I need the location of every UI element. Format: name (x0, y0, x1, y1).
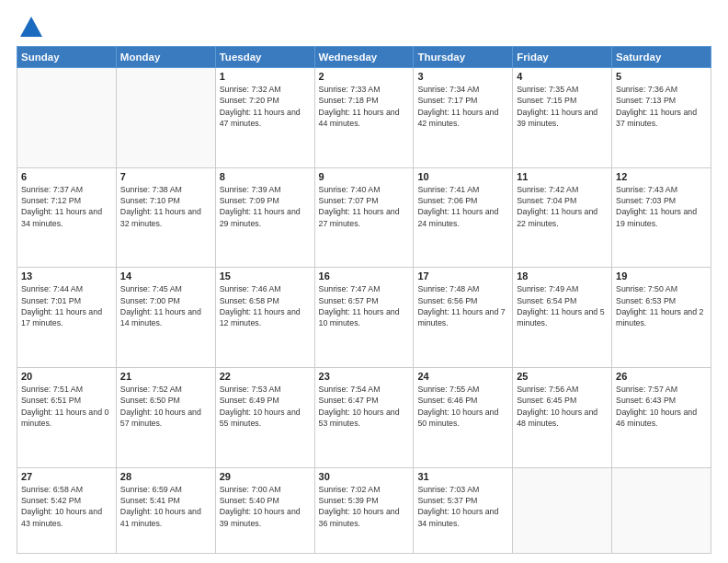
calendar-week-row: 20Sunrise: 7:51 AM Sunset: 6:51 PM Dayli… (17, 368, 711, 468)
day-number: 24 (417, 371, 508, 382)
day-detail: Sunrise: 7:43 AM Sunset: 7:03 PM Dayligh… (616, 184, 707, 229)
calendar-day-cell: 11Sunrise: 7:42 AM Sunset: 7:04 PM Dayli… (513, 167, 612, 268)
calendar-day-header: Tuesday (215, 47, 314, 68)
day-number: 12 (616, 171, 707, 182)
calendar-day-cell: 12Sunrise: 7:43 AM Sunset: 7:03 PM Dayli… (612, 167, 711, 268)
calendar-day-cell: 3Sunrise: 7:34 AM Sunset: 7:17 PM Daylig… (414, 68, 513, 168)
day-number: 31 (417, 471, 508, 482)
day-detail: Sunrise: 7:54 AM Sunset: 6:47 PM Dayligh… (319, 384, 410, 429)
calendar-day-cell: 16Sunrise: 7:47 AM Sunset: 6:57 PM Dayli… (314, 268, 414, 368)
page: SundayMondayTuesdayWednesdayThursdayFrid… (0, 0, 728, 563)
calendar-day-header: Thursday (414, 47, 513, 68)
calendar-day-cell: 27Sunrise: 6:58 AM Sunset: 5:42 PM Dayli… (17, 467, 117, 553)
day-detail: Sunrise: 7:49 AM Sunset: 6:54 PM Dayligh… (517, 283, 608, 328)
calendar-day-header: Wednesday (314, 47, 414, 68)
day-detail: Sunrise: 7:42 AM Sunset: 7:04 PM Dayligh… (517, 184, 608, 229)
calendar-day-cell: 15Sunrise: 7:46 AM Sunset: 6:58 PM Dayli… (215, 268, 314, 368)
calendar-day-cell: 5Sunrise: 7:36 AM Sunset: 7:13 PM Daylig… (612, 68, 711, 168)
day-detail: Sunrise: 7:47 AM Sunset: 6:57 PM Dayligh… (319, 283, 410, 328)
day-detail: Sunrise: 7:46 AM Sunset: 6:58 PM Dayligh… (220, 283, 311, 328)
calendar-week-row: 1Sunrise: 7:32 AM Sunset: 7:20 PM Daylig… (17, 68, 711, 168)
day-detail: Sunrise: 7:37 AM Sunset: 7:12 PM Dayligh… (21, 184, 112, 229)
day-number: 4 (517, 71, 608, 82)
day-number: 27 (21, 471, 112, 482)
calendar-day-cell: 14Sunrise: 7:45 AM Sunset: 7:00 PM Dayli… (116, 268, 215, 368)
calendar-day-cell: 29Sunrise: 7:00 AM Sunset: 5:40 PM Dayli… (215, 467, 314, 553)
calendar-day-cell: 17Sunrise: 7:48 AM Sunset: 6:56 PM Dayli… (414, 268, 513, 368)
day-detail: Sunrise: 7:53 AM Sunset: 6:49 PM Dayligh… (220, 384, 311, 429)
day-number: 21 (120, 371, 211, 382)
day-detail: Sunrise: 7:36 AM Sunset: 7:13 PM Dayligh… (616, 84, 707, 129)
header (17, 15, 711, 40)
day-number: 20 (21, 371, 112, 382)
day-detail: Sunrise: 7:55 AM Sunset: 6:46 PM Dayligh… (417, 384, 508, 429)
day-detail: Sunrise: 7:57 AM Sunset: 6:43 PM Dayligh… (616, 384, 707, 429)
day-detail: Sunrise: 7:38 AM Sunset: 7:10 PM Dayligh… (120, 184, 211, 229)
calendar-day-header: Friday (513, 47, 612, 68)
day-number: 3 (417, 71, 508, 82)
day-detail: Sunrise: 6:58 AM Sunset: 5:42 PM Dayligh… (21, 484, 112, 529)
calendar-day-header: Monday (116, 47, 215, 68)
calendar-day-cell: 25Sunrise: 7:56 AM Sunset: 6:45 PM Dayli… (513, 368, 612, 468)
calendar-day-cell: 31Sunrise: 7:03 AM Sunset: 5:37 PM Dayli… (414, 467, 513, 553)
day-number: 10 (417, 171, 508, 182)
day-number: 18 (517, 270, 608, 282)
day-detail: Sunrise: 7:51 AM Sunset: 6:51 PM Dayligh… (21, 384, 112, 429)
calendar-day-cell: 7Sunrise: 7:38 AM Sunset: 7:10 PM Daylig… (116, 167, 215, 268)
day-number: 2 (319, 71, 410, 82)
calendar-day-cell: 8Sunrise: 7:39 AM Sunset: 7:09 PM Daylig… (215, 167, 314, 268)
day-detail: Sunrise: 7:41 AM Sunset: 7:06 PM Dayligh… (417, 184, 508, 229)
calendar-week-row: 27Sunrise: 6:58 AM Sunset: 5:42 PM Dayli… (17, 467, 711, 553)
day-detail: Sunrise: 7:02 AM Sunset: 5:39 PM Dayligh… (319, 484, 410, 529)
calendar-day-cell: 19Sunrise: 7:50 AM Sunset: 6:53 PM Dayli… (612, 268, 711, 368)
calendar-day-cell: 18Sunrise: 7:49 AM Sunset: 6:54 PM Dayli… (513, 268, 612, 368)
calendar-table: SundayMondayTuesdayWednesdayThursdayFrid… (17, 46, 711, 554)
day-detail: Sunrise: 7:35 AM Sunset: 7:15 PM Dayligh… (517, 84, 608, 129)
calendar-day-cell: 21Sunrise: 7:52 AM Sunset: 6:50 PM Dayli… (116, 368, 215, 468)
day-detail: Sunrise: 7:40 AM Sunset: 7:07 PM Dayligh… (319, 184, 410, 229)
calendar-day-cell: 13Sunrise: 7:44 AM Sunset: 7:01 PM Dayli… (17, 268, 117, 368)
day-number: 7 (120, 171, 211, 182)
day-detail: Sunrise: 6:59 AM Sunset: 5:41 PM Dayligh… (120, 484, 211, 529)
logo-icon (18, 15, 44, 40)
day-number: 11 (517, 171, 608, 182)
calendar-day-cell: 23Sunrise: 7:54 AM Sunset: 6:47 PM Dayli… (314, 368, 414, 468)
day-number: 16 (319, 270, 410, 282)
day-number: 6 (21, 171, 112, 182)
day-number: 1 (220, 71, 311, 82)
day-number: 30 (319, 471, 410, 482)
day-number: 19 (616, 270, 707, 282)
calendar-week-row: 13Sunrise: 7:44 AM Sunset: 7:01 PM Dayli… (17, 268, 711, 368)
day-number: 25 (517, 371, 608, 382)
day-detail: Sunrise: 7:50 AM Sunset: 6:53 PM Dayligh… (616, 283, 707, 328)
day-detail: Sunrise: 7:03 AM Sunset: 5:37 PM Dayligh… (417, 484, 508, 529)
calendar-day-cell: 24Sunrise: 7:55 AM Sunset: 6:46 PM Dayli… (414, 368, 513, 468)
calendar-day-cell (17, 68, 117, 168)
day-number: 8 (220, 171, 311, 182)
day-detail: Sunrise: 7:56 AM Sunset: 6:45 PM Dayligh… (517, 384, 608, 429)
day-detail: Sunrise: 7:48 AM Sunset: 6:56 PM Dayligh… (417, 283, 508, 328)
day-detail: Sunrise: 7:32 AM Sunset: 7:20 PM Dayligh… (220, 84, 311, 129)
day-number: 26 (616, 371, 707, 382)
day-number: 15 (220, 270, 311, 282)
svg-marker-0 (20, 17, 42, 37)
calendar-day-cell (612, 467, 711, 553)
calendar-day-cell: 1Sunrise: 7:32 AM Sunset: 7:20 PM Daylig… (215, 68, 314, 168)
day-number: 23 (319, 371, 410, 382)
day-detail: Sunrise: 7:45 AM Sunset: 7:00 PM Dayligh… (120, 283, 211, 328)
calendar-day-cell: 4Sunrise: 7:35 AM Sunset: 7:15 PM Daylig… (513, 68, 612, 168)
calendar-day-cell (513, 467, 612, 553)
calendar-day-cell: 2Sunrise: 7:33 AM Sunset: 7:18 PM Daylig… (314, 68, 414, 168)
day-detail: Sunrise: 7:52 AM Sunset: 6:50 PM Dayligh… (120, 384, 211, 429)
day-number: 9 (319, 171, 410, 182)
calendar-day-cell: 10Sunrise: 7:41 AM Sunset: 7:06 PM Dayli… (414, 167, 513, 268)
day-number: 29 (220, 471, 311, 482)
day-detail: Sunrise: 7:33 AM Sunset: 7:18 PM Dayligh… (319, 84, 410, 129)
calendar-day-cell: 20Sunrise: 7:51 AM Sunset: 6:51 PM Dayli… (17, 368, 117, 468)
calendar-header-row: SundayMondayTuesdayWednesdayThursdayFrid… (17, 47, 711, 68)
calendar-day-cell: 9Sunrise: 7:40 AM Sunset: 7:07 PM Daylig… (314, 167, 414, 268)
day-number: 13 (21, 270, 112, 282)
day-number: 14 (120, 270, 211, 282)
day-detail: Sunrise: 7:34 AM Sunset: 7:17 PM Dayligh… (417, 84, 508, 129)
calendar-day-header: Saturday (612, 47, 711, 68)
